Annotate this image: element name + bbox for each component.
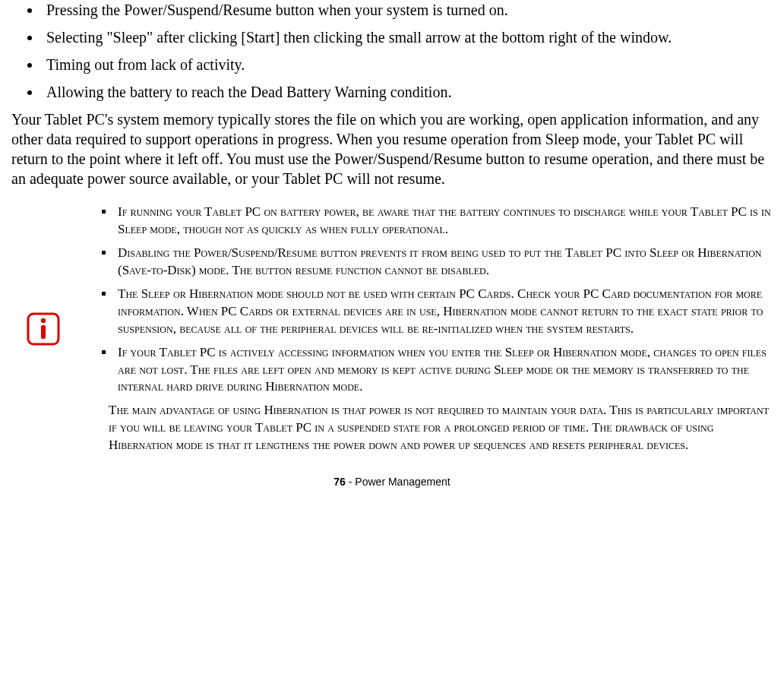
page-content: Pressing the Power/Suspend/Resume button… xyxy=(0,0,784,503)
info-bullet-list: If running your Tablet PC on battery pow… xyxy=(103,204,773,396)
list-item: If your Tablet PC is actively accessing … xyxy=(115,344,773,397)
info-note: The main advantage of using Hibernation … xyxy=(103,402,773,454)
footer-sep: - xyxy=(346,476,355,488)
page-number: 76 xyxy=(334,476,346,488)
list-item: Disabling the Power/Suspend/Resume butto… xyxy=(115,245,773,280)
body-paragraph: Your Tablet PC's system memory typically… xyxy=(11,109,773,188)
list-item: The Sleep or Hibernation mode should not… xyxy=(115,286,773,338)
info-callout: If running your Tablet PC on battery pow… xyxy=(11,204,773,454)
list-item: Pressing the Power/Suspend/Resume button… xyxy=(42,0,773,20)
list-item: If running your Tablet PC on battery pow… xyxy=(115,204,773,239)
list-item: Selecting "Sleep" after clicking [Start]… xyxy=(42,27,773,47)
top-bullet-list: Pressing the Power/Suspend/Resume button… xyxy=(11,0,773,102)
list-item: Timing out from lack of activity. xyxy=(42,55,773,74)
page-footer: 76 - Power Management xyxy=(11,476,773,488)
info-icon xyxy=(27,312,60,346)
svg-rect-2 xyxy=(41,325,46,339)
info-content: If running your Tablet PC on battery pow… xyxy=(103,204,773,454)
list-item: Allowing the battery to reach the Dead B… xyxy=(42,82,773,102)
svg-point-1 xyxy=(41,318,46,323)
footer-section: Power Management xyxy=(355,476,450,488)
